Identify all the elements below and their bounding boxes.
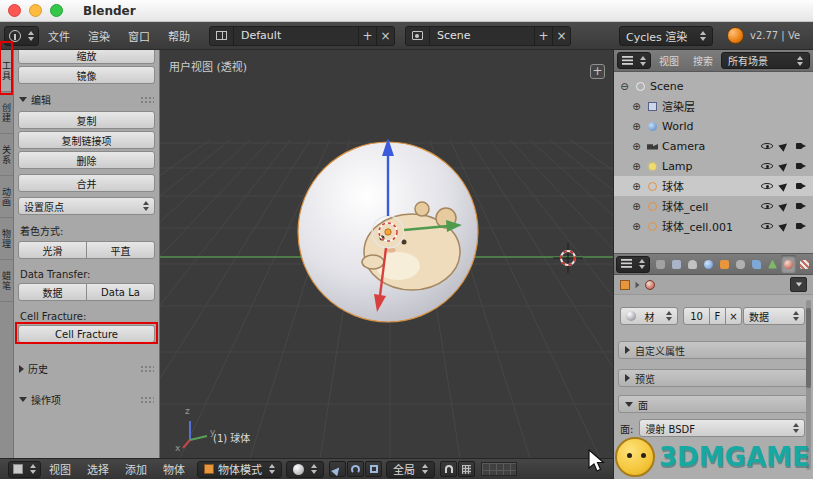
properties-tab-modifiers[interactable] xyxy=(749,255,764,273)
menu-view[interactable]: 视图 xyxy=(41,459,79,479)
outliner-menu-search[interactable]: 搜索 xyxy=(687,50,719,71)
viewport-shading-dropdown[interactable] xyxy=(286,461,324,478)
scene-browse-button[interactable] xyxy=(406,27,430,45)
data-layout-transfer-button[interactable]: Data La xyxy=(86,283,155,301)
expand-icon[interactable]: ⊕ xyxy=(630,161,643,172)
properties-tab-render[interactable] xyxy=(653,255,668,273)
tab-physics[interactable]: 物理 xyxy=(0,218,13,260)
properties-tab-texture[interactable] xyxy=(797,255,811,273)
orientation-dropdown[interactable]: 全局 xyxy=(386,461,435,478)
selectability-toggle[interactable] xyxy=(778,160,790,172)
properties-tab-object[interactable] xyxy=(717,255,732,273)
material-browse-dropdown[interactable]: 材 xyxy=(620,307,678,325)
rotate-manipulator-button[interactable] xyxy=(347,461,364,477)
menu-render[interactable]: 渲染 xyxy=(79,22,119,49)
display-filter-dropdown[interactable]: 所有场景 xyxy=(721,52,810,69)
layout-name-field[interactable]: Default xyxy=(234,29,358,42)
zoom-window-button[interactable] xyxy=(50,4,63,17)
snap-element-button[interactable] xyxy=(458,461,475,477)
fake-user-button[interactable]: F xyxy=(709,307,726,325)
expand-icon[interactable]: ⊕ xyxy=(630,221,643,232)
visibility-toggle[interactable] xyxy=(761,200,773,212)
properties-tab-scene[interactable] xyxy=(685,255,700,273)
menu-add[interactable]: 添加 xyxy=(117,459,155,479)
snap-magnet-button[interactable] xyxy=(440,461,457,477)
expand-icon[interactable]: ⊕ xyxy=(630,201,643,212)
region-expand-button[interactable]: + xyxy=(590,64,605,79)
duplicate-linked-button[interactable]: 复制链接项 xyxy=(18,131,155,149)
viewport-editor-type-button[interactable] xyxy=(8,461,41,478)
collapse-icon[interactable]: ⊖ xyxy=(618,81,631,92)
join-button[interactable]: 合并 xyxy=(18,174,155,192)
outliner-row-sphere[interactable]: ⊕ 球体 xyxy=(614,176,813,196)
renderability-toggle[interactable] xyxy=(795,220,807,232)
expand-icon[interactable]: ⊕ xyxy=(630,101,643,112)
selectability-toggle[interactable] xyxy=(778,220,790,232)
outliner-row-sphere-cell[interactable]: ⊕ 球体_cell xyxy=(614,196,813,216)
menu-window[interactable]: 窗口 xyxy=(119,22,159,49)
history-section-header[interactable]: 历史 xyxy=(19,361,154,376)
tab-relations[interactable]: 关系 xyxy=(0,134,13,176)
expand-icon[interactable]: ⊕ xyxy=(630,141,643,152)
visibility-toggle[interactable] xyxy=(761,140,773,152)
properties-tab-render-layers[interactable] xyxy=(669,255,684,273)
material-users-count-button[interactable]: 10 xyxy=(683,307,710,325)
renderability-toggle[interactable] xyxy=(795,140,807,152)
expand-icon[interactable]: ⊕ xyxy=(630,181,643,192)
data-transfer-data-button[interactable]: 数据 xyxy=(18,283,87,301)
shade-smooth-button[interactable]: 光滑 xyxy=(18,241,87,259)
renderability-toggle[interactable] xyxy=(795,200,807,212)
renderability-toggle[interactable] xyxy=(795,180,807,192)
scene-name-field[interactable]: Scene xyxy=(430,29,534,42)
outliner-row-scene[interactable]: ⊖ Scene xyxy=(614,76,813,96)
scrollbar-thumb[interactable] xyxy=(806,308,811,388)
custom-properties-panel-header[interactable]: 自定义属性 xyxy=(618,341,809,359)
delete-layout-button[interactable]: × xyxy=(376,27,394,45)
duplicate-button[interactable]: 复制 xyxy=(18,111,155,129)
scale-button[interactable]: 缩放 xyxy=(18,50,155,64)
viewport-3d[interactable]: 用户视图 (透视) + z y x (1) 球体 xyxy=(160,50,613,458)
screen-layout-icon-button[interactable] xyxy=(210,27,234,45)
material-data-dropdown[interactable]: 数据 xyxy=(743,307,805,325)
editor-type-button[interactable] xyxy=(4,26,39,46)
tab-grease-pencil[interactable]: 蜡笔 xyxy=(0,260,13,302)
tab-animation[interactable]: 动画 xyxy=(0,176,13,218)
layers-grid[interactable] xyxy=(481,462,517,476)
visibility-toggle[interactable] xyxy=(761,180,773,192)
outliner-row-render-layers[interactable]: ⊕ 渲染层 xyxy=(614,96,813,116)
selectability-toggle[interactable] xyxy=(778,200,790,212)
scale-manipulator-button[interactable] xyxy=(365,461,382,477)
add-layout-button[interactable]: + xyxy=(358,27,376,45)
outliner-row-lamp[interactable]: ⊕ Lamp xyxy=(614,156,813,176)
properties-tab-constraints[interactable] xyxy=(733,255,748,273)
visibility-toggle[interactable] xyxy=(761,220,773,232)
properties-tab-world[interactable] xyxy=(701,255,716,273)
operator-section-header[interactable]: 操作项 xyxy=(19,392,154,407)
outliner-row-camera[interactable]: ⊕ Camera xyxy=(614,136,813,156)
menu-object[interactable]: 物体 xyxy=(155,459,193,479)
translate-manipulator-button[interactable] xyxy=(329,461,346,477)
menu-file[interactable]: 文件 xyxy=(39,22,79,49)
properties-tab-material[interactable] xyxy=(781,255,796,273)
properties-editor-type-button[interactable] xyxy=(616,256,650,273)
delete-scene-button[interactable]: × xyxy=(552,27,570,45)
render-engine-dropdown[interactable]: Cycles 渲染 xyxy=(619,26,713,46)
properties-tab-data[interactable] xyxy=(765,255,780,273)
outliner-menu-view[interactable]: 视图 xyxy=(653,50,685,71)
interaction-mode-dropdown[interactable]: 物体模式 xyxy=(197,461,282,478)
selectability-toggle[interactable] xyxy=(778,180,790,192)
preview-panel-header[interactable]: 预览 xyxy=(618,369,809,387)
outliner-editor-type-button[interactable] xyxy=(617,52,651,69)
renderability-toggle[interactable] xyxy=(795,160,807,172)
surface-panel-header[interactable]: 面 xyxy=(618,395,809,413)
set-origin-dropdown[interactable]: 设置原点 xyxy=(18,197,155,215)
close-window-button[interactable] xyxy=(8,4,21,17)
mirror-button[interactable]: 镜像 xyxy=(18,66,155,84)
expand-icon[interactable]: ⊕ xyxy=(630,121,643,132)
unlink-material-button[interactable]: × xyxy=(725,307,742,325)
menu-select[interactable]: 选择 xyxy=(79,459,117,479)
cell-fracture-button[interactable]: Cell Fracture xyxy=(18,325,155,343)
menu-help[interactable]: 帮助 xyxy=(159,22,199,49)
selectability-toggle[interactable] xyxy=(778,140,790,152)
edit-section-header[interactable]: 编辑 xyxy=(19,92,154,107)
